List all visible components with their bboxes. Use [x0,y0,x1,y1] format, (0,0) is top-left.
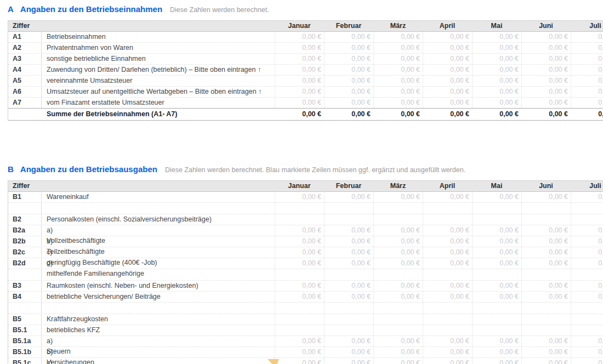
value-cell[interactable] [275,269,324,280]
ziffer-cell[interactable]: B2c [8,247,42,258]
value-cell[interactable]: 0,00 € [373,281,423,291]
value-cell[interactable]: 0,00 € [521,236,571,247]
value-cell[interactable]: 0,00 € [472,236,521,247]
sum-value-cell[interactable]: 0,00 € [472,109,521,120]
ziffer-cell[interactable]: A3 [8,54,42,64]
value-cell[interactable]: 0,00 € [324,281,373,291]
value-cell[interactable] [373,203,423,214]
description-cell[interactable]: betriebliche Versicherungen/ Beiträge [42,292,275,302]
ziffer-cell[interactable]: A5 [8,76,42,86]
value-cell[interactable]: 0,00 € [324,336,373,346]
value-cell[interactable]: 0,00 € [324,76,373,86]
value-cell[interactable]: 0,00 € [571,258,603,269]
value-cell[interactable]: 0,00 € [373,247,423,258]
value-cell[interactable]: 0,00 € [423,192,472,202]
value-cell[interactable]: 0,00 € [373,258,423,269]
value-cell[interactable]: 0,00 € [571,32,603,42]
value-cell[interactable] [521,203,571,214]
value-cell[interactable]: 0,00 € [521,347,571,357]
comment-indicator-icon[interactable] [268,359,279,364]
value-cell[interactable] [275,203,324,214]
value-cell[interactable]: 0,00 € [324,98,373,108]
value-cell[interactable]: 0,00 € [324,347,373,357]
ziffer-cell[interactable]: B2a [8,225,42,236]
value-cell[interactable]: 0,00 € [472,87,521,97]
value-cell[interactable]: 0,00 € [521,247,571,258]
value-cell[interactable]: 0,00 € [472,358,521,364]
value-cell[interactable]: 0,00 € [521,98,571,108]
value-cell[interactable]: 0,00 € [472,65,521,75]
value-cell[interactable] [472,269,521,280]
value-cell[interactable]: 0,00 € [373,98,423,108]
value-cell[interactable]: 0,00 € [275,347,324,357]
value-cell[interactable]: 0,00 € [472,281,521,291]
value-cell[interactable]: 0,00 € [324,247,373,258]
description-cell[interactable]: b)Teilzeitbeschäftigte [42,236,275,247]
value-cell[interactable]: 0,00 € [275,32,324,42]
value-cell[interactable] [472,325,521,335]
value-cell[interactable] [423,269,472,280]
description-cell[interactable]: betriebliches KFZ [42,325,275,335]
value-cell[interactable]: 0,00 € [275,54,324,64]
value-cell[interactable]: 0,00 € [571,54,603,64]
value-cell[interactable] [571,325,603,335]
value-cell[interactable] [571,214,603,225]
description-cell[interactable]: vereinnahmte Umsatzsteuer [42,76,275,86]
description-cell[interactable]: d)mithelfende Familienangehörige [42,258,275,269]
value-cell[interactable]: 0,00 € [521,292,571,302]
value-cell[interactable]: 0,00 € [571,76,603,86]
ziffer-cell[interactable]: B5 [8,314,42,325]
value-cell[interactable]: 0,00 € [571,87,603,97]
value-cell[interactable]: 0,00 € [275,236,324,247]
value-cell[interactable]: 0,00 € [275,292,324,302]
description-cell[interactable]: c)lfd. Betriebskosten [42,358,275,364]
ziffer-cell[interactable]: B5.1a [8,336,42,346]
value-cell[interactable]: 0,00 € [472,225,521,236]
value-cell[interactable]: 0,00 € [275,258,324,269]
value-cell[interactable]: 0,00 € [423,236,472,247]
value-cell[interactable]: 0,00 € [373,192,423,202]
value-cell[interactable]: 0,00 € [423,292,472,302]
value-cell[interactable] [324,314,373,325]
value-cell[interactable] [472,214,521,225]
value-cell[interactable]: 0,00 € [275,225,324,236]
value-cell[interactable]: 0,00 € [521,336,571,346]
value-cell[interactable]: 0,00 € [275,336,324,346]
value-cell[interactable] [324,269,373,280]
value-cell[interactable] [423,214,472,225]
value-cell[interactable]: 0,00 € [275,87,324,97]
value-cell[interactable] [521,314,571,325]
ziffer-cell[interactable]: A7 [8,98,42,108]
value-cell[interactable] [423,303,472,314]
value-cell[interactable]: 0,00 € [373,32,423,42]
value-cell[interactable] [521,325,571,335]
value-cell[interactable] [472,303,521,314]
value-cell[interactable]: 0,00 € [324,192,373,202]
description-cell[interactable]: Zuwendung von Dritten/ Darlehen (betrieb… [42,65,275,75]
value-cell[interactable]: 0,00 € [571,236,603,247]
value-cell[interactable]: 0,00 € [571,281,603,291]
value-cell[interactable]: 0,00 € [423,76,472,86]
value-cell[interactable]: 0,00 € [275,247,324,258]
value-cell[interactable]: 0,00 € [521,76,571,86]
description-cell[interactable]: Raumkosten (einschl. Neben- und Energiek… [42,281,275,291]
value-cell[interactable] [472,314,521,325]
value-cell[interactable]: 0,00 € [423,358,472,364]
ziffer-cell[interactable]: B2b [8,236,42,247]
value-cell[interactable]: 0,00 € [472,43,521,53]
value-cell[interactable]: 0,00 € [571,247,603,258]
description-cell[interactable]: b)Versicherungen [42,347,275,357]
value-cell[interactable]: 0,00 € [324,292,373,302]
value-cell[interactable]: 0,00 € [472,32,521,42]
sum-value-cell[interactable]: 0,00 € [324,109,373,120]
value-cell[interactable]: 0,00 € [373,76,423,86]
value-cell[interactable]: 0,00 € [521,225,571,236]
value-cell[interactable]: 0,00 € [373,225,423,236]
value-cell[interactable]: 0,00 € [571,336,603,346]
value-cell[interactable]: 0,00 € [472,247,521,258]
ziffer-cell[interactable]: B5.1c [8,358,42,364]
value-cell[interactable] [571,269,603,280]
value-cell[interactable] [275,303,324,314]
ziffer-cell[interactable]: B5.1 [8,325,42,335]
ziffer-cell[interactable]: B2 [8,214,42,225]
